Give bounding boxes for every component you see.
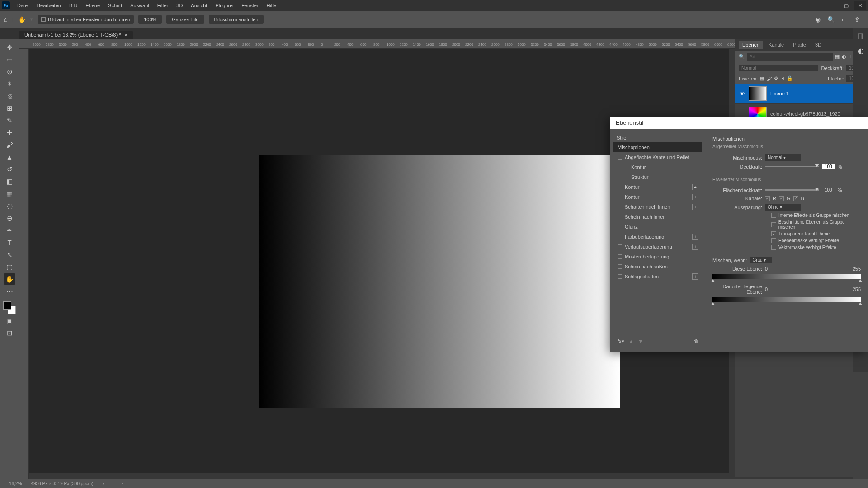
- tab-paths[interactable]: Pfade: [789, 41, 810, 49]
- style-item[interactable]: Farbüberlagerung+: [613, 232, 702, 242]
- dialog-title[interactable]: Ebenenstil: [610, 117, 868, 129]
- type-tool[interactable]: T: [4, 237, 15, 248]
- add-style-icon[interactable]: +: [692, 273, 698, 280]
- adjust-dock-icon[interactable]: ◐: [858, 47, 864, 55]
- horizontal-ruler[interactable]: 2600280030002004006008001000120014001600…: [19, 39, 735, 49]
- filter-adjust-icon[interactable]: ◐: [842, 54, 846, 60]
- style-item[interactable]: Abgeflachte Kante und Relief: [613, 152, 702, 162]
- option-row[interactable]: Ebenenmaske verbirgt Effekte: [712, 237, 861, 244]
- menu-view[interactable]: Ansicht: [187, 1, 211, 9]
- maximize-button[interactable]: ▢: [840, 1, 853, 10]
- zoom-level[interactable]: 16,2%: [9, 481, 22, 486]
- menu-layer[interactable]: Ebene: [82, 1, 104, 9]
- layer-row[interactable]: 👁 Ebene 1: [735, 84, 868, 104]
- home-icon[interactable]: ⌂: [4, 15, 8, 23]
- move-up-icon[interactable]: ▲: [629, 338, 634, 344]
- lock-pixels-icon[interactable]: 🖌: [767, 76, 772, 81]
- add-style-icon[interactable]: +: [692, 234, 698, 240]
- move-down-icon[interactable]: ▼: [638, 338, 643, 344]
- artboard[interactable]: [259, 155, 620, 408]
- fill-opacity-value[interactable]: 100: [822, 187, 835, 193]
- crop-tool[interactable]: ⟃: [4, 90, 15, 102]
- lock-transparent-icon[interactable]: ▦: [760, 75, 764, 81]
- eyedropper-tool[interactable]: ✎: [4, 115, 15, 126]
- knockout-select[interactable]: Ohne ▾: [765, 204, 801, 211]
- style-item[interactable]: Schatten nach innen+: [613, 202, 702, 212]
- style-item[interactable]: Mischoptionen: [613, 142, 702, 152]
- heal-tool[interactable]: ✚: [4, 127, 15, 138]
- layer-name[interactable]: colour-wheel-gb9f78d013_1920: [770, 111, 840, 117]
- layer-thumbnail[interactable]: [749, 86, 767, 101]
- layers-dock-icon[interactable]: ▥: [857, 32, 864, 40]
- style-item[interactable]: Schlagschatten+: [613, 272, 702, 282]
- style-checkbox[interactable]: [618, 274, 622, 279]
- add-style-icon[interactable]: +: [692, 194, 698, 200]
- path-select-tool[interactable]: ↖: [4, 249, 15, 260]
- frame-tool[interactable]: ⊞: [4, 103, 15, 114]
- menu-select[interactable]: Auswahl: [127, 1, 153, 9]
- opacity-value[interactable]: 100: [822, 164, 835, 169]
- menu-image[interactable]: Bild: [66, 1, 81, 9]
- option-row[interactable]: Interne Effekte als Gruppe mischen: [712, 212, 861, 219]
- style-checkbox[interactable]: [624, 165, 628, 169]
- this-layer-slider[interactable]: [712, 274, 861, 279]
- fit-screen-button[interactable]: Ganzes Bild: [166, 15, 204, 24]
- style-checkbox[interactable]: [618, 264, 622, 269]
- menu-help[interactable]: Hilfe: [263, 1, 280, 9]
- filter-type-icon[interactable]: T: [849, 54, 852, 60]
- style-checkbox[interactable]: [624, 175, 628, 179]
- option-row[interactable]: Vektormaske verbirgt Effekte: [712, 244, 861, 251]
- style-checkbox[interactable]: [618, 195, 622, 199]
- visibility-icon[interactable]: 👁: [739, 91, 745, 96]
- style-checkbox[interactable]: [618, 225, 622, 229]
- dodge-tool[interactable]: ⊖: [4, 212, 15, 224]
- style-item[interactable]: Kontur+: [613, 182, 702, 192]
- add-style-icon[interactable]: +: [692, 184, 698, 190]
- chevron-left-icon[interactable]: ‹: [122, 481, 123, 486]
- menu-edit[interactable]: Bearbeiten: [33, 1, 65, 9]
- blur-tool[interactable]: ◌: [4, 200, 15, 211]
- option-row[interactable]: Transparenz formt Ebene: [712, 230, 861, 237]
- style-item[interactable]: Schein nach außen: [613, 262, 702, 272]
- lock-position-icon[interactable]: ✥: [774, 75, 778, 81]
- zoom-100-button[interactable]: 100%: [138, 15, 162, 24]
- history-brush-tool[interactable]: ↺: [4, 164, 15, 175]
- cloud-icon[interactable]: ◉: [815, 16, 821, 23]
- option-row[interactable]: Beschnittene Ebenen als Gruppe mischen: [712, 219, 861, 230]
- brush-tool[interactable]: 🖌: [4, 139, 15, 150]
- menu-type[interactable]: Schrift: [104, 1, 126, 9]
- filter-pixel-icon[interactable]: ▦: [835, 54, 840, 60]
- option-checkbox[interactable]: [771, 245, 776, 250]
- scroll-all-windows-checkbox[interactable]: Bildlauf in allen Fenstern durchführen: [38, 15, 134, 24]
- tab-3d[interactable]: 3D: [811, 41, 825, 49]
- menu-3d[interactable]: 3D: [173, 1, 186, 9]
- lock-all-icon[interactable]: 🔒: [787, 75, 793, 81]
- tab-layers[interactable]: Ebenen: [739, 41, 763, 49]
- channel-r-checkbox[interactable]: [765, 196, 770, 201]
- style-item[interactable]: Struktur: [613, 172, 702, 182]
- stamp-tool[interactable]: ▲: [4, 151, 15, 163]
- menu-window[interactable]: Fenster: [238, 1, 262, 9]
- fill-opacity-slider[interactable]: [765, 189, 819, 191]
- layer-name[interactable]: Ebene 1: [770, 91, 789, 96]
- style-item[interactable]: Glanz: [613, 222, 702, 232]
- lasso-tool[interactable]: ⊙: [4, 66, 15, 77]
- style-item[interactable]: Kontur+: [613, 192, 702, 202]
- share-icon[interactable]: ⇪: [854, 16, 860, 23]
- workspace-icon[interactable]: ▭: [842, 16, 848, 23]
- blend-mode-select[interactable]: Normal: [739, 65, 818, 71]
- quick-mask-tool[interactable]: ▣: [4, 315, 15, 326]
- style-item[interactable]: Kontur: [613, 162, 702, 172]
- underlying-layer-slider[interactable]: [712, 297, 861, 302]
- vertical-ruler[interactable]: [19, 49, 29, 479]
- chevron-right-icon[interactable]: ›: [103, 481, 104, 486]
- tab-channels[interactable]: Kanäle: [765, 41, 788, 49]
- shape-tool[interactable]: ▢: [4, 261, 15, 272]
- close-button[interactable]: ✕: [854, 1, 866, 10]
- pen-tool[interactable]: ✒: [4, 225, 15, 236]
- channel-g-checkbox[interactable]: [779, 196, 784, 201]
- screen-mode-tool[interactable]: ⊡: [4, 327, 15, 338]
- layer-style-dialog[interactable]: Ebenenstil Stile MischoptionenAbgeflacht…: [610, 117, 868, 352]
- style-checkbox[interactable]: [618, 244, 622, 249]
- style-checkbox[interactable]: [618, 155, 622, 160]
